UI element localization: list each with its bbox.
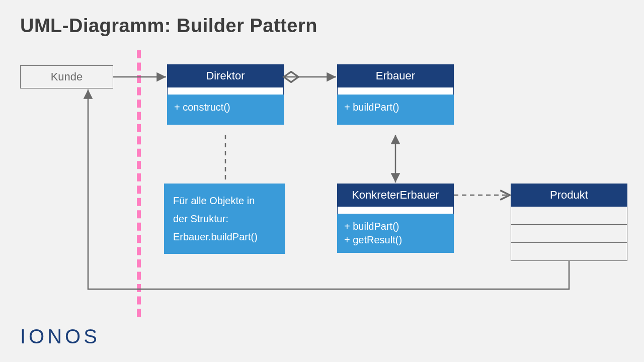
class-kunde: Kunde bbox=[20, 65, 113, 88]
method: + construct() bbox=[174, 101, 277, 114]
class-konkreter-erbauer: KonkreterErbauer + buildPart() + getResu… bbox=[337, 184, 454, 253]
brand-logo: IONOS bbox=[20, 325, 100, 348]
produkt-name: Produkt bbox=[511, 184, 627, 207]
direktor-methods: + construct() bbox=[167, 95, 284, 125]
konkreter-name: KonkreterErbauer bbox=[337, 184, 454, 207]
kunde-label: Kunde bbox=[51, 70, 83, 83]
empty-row bbox=[511, 243, 627, 261]
direktor-name: Direktor bbox=[167, 64, 284, 87]
class-direktor: Direktor + construct() bbox=[167, 64, 284, 125]
note-line: Erbauer.buildPart() bbox=[173, 228, 276, 246]
method: + buildPart() bbox=[344, 220, 447, 233]
empty-row bbox=[511, 225, 627, 243]
diagram-canvas: Kunde Direktor + construct() Erbauer + b… bbox=[0, 0, 644, 362]
method: + getResult() bbox=[344, 233, 447, 247]
divider bbox=[167, 87, 284, 95]
divider bbox=[337, 207, 454, 214]
erbauer-methods: + buildPart() bbox=[337, 95, 454, 125]
note-line: Für alle Objekte in bbox=[173, 192, 276, 210]
empty-row bbox=[511, 207, 627, 225]
erbauer-name: Erbauer bbox=[337, 64, 454, 87]
note-line: der Struktur: bbox=[173, 210, 276, 228]
note-box: Für alle Objekte in der Struktur: Erbaue… bbox=[164, 184, 285, 254]
class-produkt: Produkt bbox=[511, 184, 627, 261]
method: + buildPart() bbox=[344, 101, 447, 114]
konkreter-methods: + buildPart() + getResult() bbox=[337, 214, 454, 253]
divider bbox=[337, 87, 454, 95]
connectors: Produkt dashed --> bbox=[0, 0, 644, 362]
class-erbauer: Erbauer + buildPart() bbox=[337, 64, 454, 125]
